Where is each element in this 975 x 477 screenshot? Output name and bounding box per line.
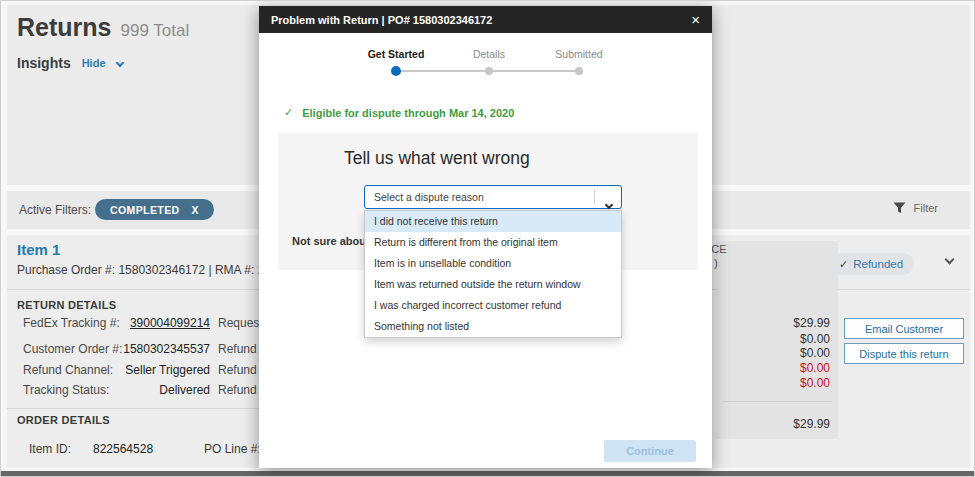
eligibility-note: Eligible for dispute through Mar 14, 202…	[302, 107, 514, 119]
modal-header: Problem with Return | PO# 1580302346172 …	[259, 6, 712, 33]
return-details-heading: RETURN DETAILS	[17, 299, 116, 311]
insights-hide-link[interactable]: Hide	[82, 57, 106, 69]
filter-button[interactable]: Filter	[893, 202, 938, 214]
step-dot	[485, 67, 493, 75]
step-submitted: Submitted	[555, 48, 602, 60]
filter-pill-label: COMPLETED	[110, 204, 180, 216]
option-did-not-receive[interactable]: I did not receive this return	[365, 211, 621, 232]
progress-stepper: Get Started Details Submitted	[259, 48, 712, 88]
dispute-reason-options: I did not receive this return Return is …	[364, 210, 622, 338]
fedex-tracking-link[interactable]: 390004099214	[83, 316, 210, 330]
price-row: $0.00	[750, 376, 830, 390]
dispute-modal: Problem with Return | PO# 1580302346172 …	[259, 6, 712, 468]
detail-value: Seller Triggered	[83, 363, 210, 377]
step-dot	[575, 67, 583, 75]
price-row: $0.00	[750, 346, 830, 360]
active-filters-label: Active Filters:	[19, 203, 91, 217]
page-title-row: Returns 999 Total	[17, 13, 189, 42]
returns-total-count: 999 Total	[120, 21, 189, 41]
divider	[722, 401, 832, 402]
eligibility-note-row: ✓ Eligible for dispute through Mar 14, 2…	[284, 106, 514, 119]
step-dot-active	[391, 66, 401, 76]
insights-toggle-row: Insights Hide	[17, 55, 123, 71]
po-line-label: PO Line #:	[204, 442, 261, 456]
chevron-down-icon	[945, 255, 955, 265]
price-row: $0.00	[750, 361, 830, 375]
dispute-return-button[interactable]: Dispute this return	[844, 343, 964, 364]
item-expand-chevron[interactable]	[946, 249, 953, 267]
price-summary-box: $29.99 $0.00 $0.00 $0.00 $0.00 $29.99	[716, 241, 838, 439]
check-icon: ✓	[839, 258, 848, 271]
email-customer-button[interactable]: Email Customer	[844, 318, 964, 339]
detail-value: 1580302345537	[83, 342, 210, 356]
check-icon: ✓	[284, 106, 293, 119]
price-total: $29.99	[750, 417, 830, 431]
item-title: Item 1	[17, 241, 60, 258]
option-return-different[interactable]: Return is different from the original it…	[365, 232, 621, 253]
item-id-value: 822564528	[93, 442, 153, 456]
insights-label: Insights	[17, 55, 71, 71]
price-column-subheader: )	[714, 257, 718, 269]
modal-title: Problem with Return | PO# 1580302346172	[271, 14, 492, 26]
continue-button[interactable]: Continue	[604, 440, 696, 462]
filter-button-label: Filter	[914, 202, 938, 214]
refunded-badge-label: Refunded	[853, 258, 903, 270]
select-placeholder: Select a dispute reason	[365, 191, 484, 203]
returns-page: Returns 999 Total Insights Hide Active F…	[0, 0, 975, 477]
funnel-icon	[893, 202, 906, 214]
dispute-reason-select[interactable]: Select a dispute reason	[364, 185, 622, 209]
detail-value: Delivered	[83, 383, 210, 397]
price-row: $29.99	[750, 316, 830, 330]
dispute-question-title: Tell us what went wrong	[344, 148, 530, 169]
divider	[594, 190, 595, 204]
status-badge-refunded: ✓ Refunded	[828, 253, 914, 275]
close-icon[interactable]: ×	[691, 12, 700, 27]
window-bottom-edge	[1, 471, 975, 477]
option-incorrect-refund[interactable]: I was charged incorrect customer refund	[365, 295, 621, 316]
option-outside-window[interactable]: Item was returned outside the return win…	[365, 274, 621, 295]
filter-pill-completed[interactable]: COMPLETED X	[95, 199, 214, 220]
step-details: Details	[473, 48, 505, 60]
remove-filter-icon[interactable]: X	[192, 204, 199, 216]
order-details-heading: ORDER DETAILS	[17, 414, 110, 426]
option-unsellable-condition[interactable]: Item is in unsellable condition	[365, 253, 621, 274]
item-id-label: Item ID:	[29, 442, 71, 456]
option-something-not-listed[interactable]: Something not listed	[365, 316, 621, 337]
chevron-down-icon[interactable]	[115, 59, 123, 67]
step-get-started: Get Started	[368, 48, 425, 60]
price-row: $0.00	[750, 332, 830, 346]
page-title: Returns	[17, 13, 111, 42]
